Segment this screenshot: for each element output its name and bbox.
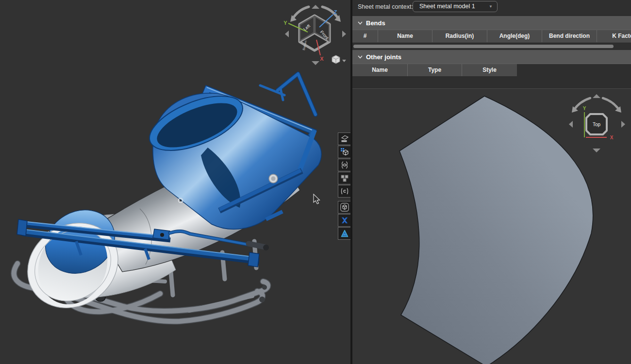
bends-horizontal-scrollbar[interactable] <box>352 44 631 49</box>
context-bar: Sheet metal context: Sheet metal model 1… <box>352 0 631 14</box>
assembly-blocks-button[interactable] <box>338 172 350 184</box>
bends-section-title: Bends <box>366 19 385 27</box>
scrollbar-thumb[interactable] <box>353 45 614 48</box>
a-view-button[interactable] <box>338 227 350 240</box>
view-toolbar-group-1 <box>338 132 350 198</box>
view-cube-widget-left[interactable]: Left Front Bottom Y Z X <box>281 2 350 68</box>
context-label: Sheet metal context: <box>358 0 413 14</box>
bends-col-direction: Bend direction <box>542 30 597 42</box>
axis-x-label: X <box>610 135 614 140</box>
dropdown-value: Sheet metal model 1 <box>419 1 475 12</box>
nav-left-arrow[interactable] <box>285 31 289 37</box>
other-joints-section-title: Other joints <box>366 53 401 61</box>
isometric-view-button[interactable] <box>338 201 350 214</box>
view-cube-widget-right[interactable]: Top Y X <box>565 91 629 155</box>
main-3d-viewport[interactable]: Left Front Bottom Y Z X <box>0 0 350 364</box>
nav-up-arrow[interactable] <box>593 94 600 98</box>
nav-right-arrow[interactable] <box>621 121 625 128</box>
bends-col-number: # <box>352 30 378 42</box>
view-cube[interactable]: Left Front Bottom <box>299 16 330 50</box>
axis-y-label: Y <box>283 20 287 26</box>
section-scope-button[interactable] <box>338 159 350 171</box>
hopper-handle[interactable] <box>260 74 316 115</box>
other-joints-section-header[interactable]: Other joints <box>352 50 631 64</box>
oj-col-style: Style <box>462 64 517 76</box>
bends-table-header: # Name Radius(in) Angle(deg) Bend direct… <box>352 30 631 43</box>
variables-button[interactable] <box>338 185 350 198</box>
flat-pattern-viewport[interactable]: Top Y X <box>352 88 631 364</box>
oj-col-type: Type <box>407 64 462 76</box>
nav-down-arrow[interactable] <box>593 149 600 152</box>
view-menu-caret-icon[interactable] <box>342 60 346 62</box>
view-toolbar-group-2 <box>338 201 350 240</box>
sheet-metal-model-dropdown[interactable]: Sheet metal model 1 ▼ <box>413 1 498 12</box>
bends-col-name: Name <box>378 30 432 42</box>
bends-section-header[interactable]: Bends <box>352 16 631 30</box>
view-mode-cube-icon[interactable] <box>332 55 340 64</box>
bends-col-radius: Radius(in) <box>432 30 487 42</box>
app-window: Left Front Bottom Y Z X <box>0 0 631 364</box>
chevron-down-icon: ▼ <box>489 1 493 12</box>
oj-col-name: Name <box>352 64 407 76</box>
flat-pattern-icon <box>340 134 349 144</box>
x-view-icon <box>340 215 349 225</box>
pivot-bolt[interactable] <box>269 174 278 183</box>
axis-y-label: Y <box>583 106 586 111</box>
rotate-right-arrow[interactable] <box>603 98 619 110</box>
axis-x-label: X <box>320 56 324 62</box>
nav-down-arrow[interactable] <box>312 61 319 65</box>
nav-left-arrow[interactable] <box>569 121 573 128</box>
bends-col-kfactor: K Factor <box>597 30 631 42</box>
collapse-chevron-icon <box>358 21 363 25</box>
view-cube-top-face[interactable]: Top <box>586 114 607 134</box>
nav-up-arrow[interactable] <box>312 5 319 9</box>
collapse-chevron-icon <box>358 55 363 59</box>
bends-col-angle: Angle(deg) <box>487 30 542 42</box>
sheet-metal-panel: Sheet metal context: Sheet metal model 1… <box>352 0 631 364</box>
nav-right-arrow[interactable] <box>342 31 346 37</box>
rotate-left-arrow[interactable] <box>574 98 590 110</box>
section-braces-icon <box>340 160 349 170</box>
named-views-cube-icon <box>340 147 349 157</box>
rotate-left-arrow[interactable] <box>292 7 309 19</box>
cube-face-top[interactable]: Top <box>593 122 601 127</box>
mouse-cursor <box>313 194 321 205</box>
axis-z-label: Z <box>334 9 337 15</box>
flat-pattern-face[interactable] <box>399 96 593 364</box>
assembly-blocks-icon <box>340 173 349 183</box>
x-view-button[interactable] <box>338 214 350 227</box>
named-views-button[interactable] <box>338 146 350 158</box>
variables-icon <box>340 186 349 196</box>
isometric-view-icon <box>339 202 350 213</box>
other-joints-table-header: Name Type Style <box>352 64 631 76</box>
a-view-icon <box>340 229 349 238</box>
flat-pattern-button[interactable] <box>338 132 350 145</box>
